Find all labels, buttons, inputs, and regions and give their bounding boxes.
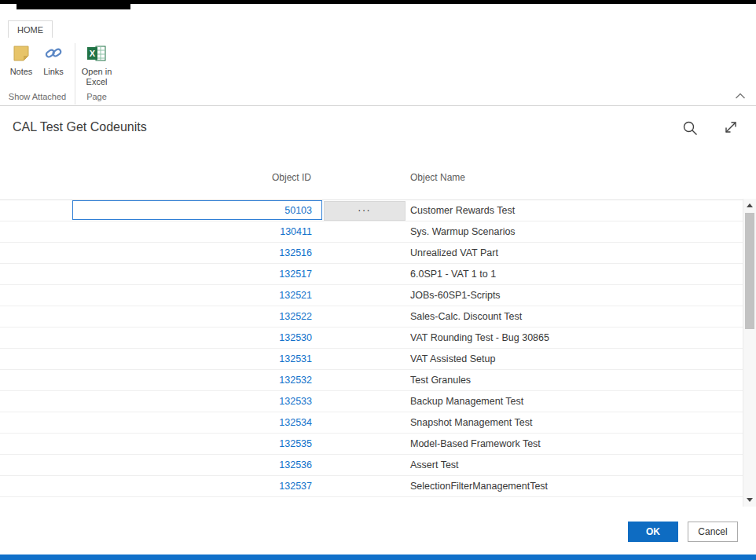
object-id-cell[interactable]: 132537 (72, 476, 322, 496)
table-row[interactable]: 50103 ... Customer Rewards Test (0, 200, 743, 221)
object-id-link[interactable]: 50103 (284, 205, 312, 216)
expand-window-icon[interactable] (723, 119, 739, 135)
object-id-cell[interactable]: 130411 (72, 221, 322, 242)
object-name-cell[interactable]: Customer Rewards Test (410, 200, 735, 221)
open-in-excel-label: Open in Excel (78, 67, 116, 86)
table-row[interactable]: 132535 ... Model-Based Framework Test (0, 434, 743, 455)
page-title: CAL Test Get Codeunits (13, 120, 147, 134)
object-id-cell[interactable]: 132517 (72, 264, 322, 284)
object-name-cell[interactable]: JOBs-60SP1-Scripts (410, 285, 735, 306)
ok-button[interactable]: OK (628, 522, 678, 542)
object-id-cell[interactable]: 132516 (72, 243, 322, 263)
assist-edit-cell: ... (324, 349, 406, 369)
assist-edit-cell: ... (324, 391, 406, 412)
object-name-cell[interactable]: VAT Assisted Setup (410, 349, 735, 369)
object-name-cell[interactable]: Test Granules (410, 370, 735, 390)
object-id-link[interactable]: 132535 (279, 438, 312, 449)
object-id-link[interactable]: 132516 (279, 247, 312, 258)
object-name-cell[interactable]: Sales-Calc. Discount Test (410, 306, 735, 327)
table-row[interactable]: 132534 ... Snapshot Management Test (0, 412, 743, 434)
object-id-cell[interactable]: 132530 (72, 328, 322, 348)
scrollbar-thumb[interactable] (745, 213, 754, 329)
object-id-link[interactable]: 132521 (279, 290, 312, 301)
title-bar-tab (17, 0, 130, 9)
links-button[interactable]: Links (39, 44, 68, 77)
table-row[interactable]: 132516 ... Unrealized VAT Part (0, 243, 743, 264)
group-label-page: Page (75, 92, 118, 101)
assist-edit-button[interactable]: ... (324, 201, 406, 221)
scroll-up-icon[interactable] (743, 199, 756, 211)
notes-button[interactable]: Notes (6, 44, 36, 77)
assist-edit-cell: ... (324, 264, 406, 284)
object-id-cell[interactable]: 132531 (72, 349, 322, 369)
assist-edit-cell: ... (324, 434, 406, 454)
object-name-cell[interactable]: Snapshot Management Test (410, 412, 735, 433)
assist-edit-cell: ... (324, 285, 406, 306)
object-id-cell[interactable]: 50103 (72, 200, 322, 221)
object-id-link[interactable]: 132530 (279, 332, 312, 343)
page-header: CAL Test Get Codeunits (0, 106, 756, 153)
table-row[interactable]: 132522 ... Sales-Calc. Discount Test (0, 306, 743, 328)
table-row[interactable]: 132531 ... VAT Assisted Setup (0, 349, 743, 370)
object-name-cell[interactable]: SelectionFilterManagementTest (410, 476, 735, 496)
object-name-cell[interactable]: Sys. Warmup Scenarios (410, 221, 735, 242)
object-id-cell[interactable]: 132534 (72, 412, 322, 433)
group-label-show-attached: Show Attached (0, 92, 75, 101)
assist-edit-cell: ... (324, 455, 406, 475)
object-id-link[interactable]: 132533 (279, 396, 312, 407)
search-icon[interactable] (682, 120, 698, 136)
table-row[interactable]: 130411 ... Sys. Warmup Scenarios (0, 221, 743, 243)
object-name-cell[interactable]: VAT Rounding Test - Bug 30865 (410, 328, 735, 348)
tab-home[interactable]: HOME (8, 20, 53, 38)
assist-edit-cell: ... (324, 370, 406, 390)
accent-strip (0, 555, 756, 560)
object-id-link[interactable]: 132532 (279, 375, 312, 386)
object-name-cell[interactable]: Model-Based Framework Test (410, 434, 735, 454)
assist-edit-cell: ... (324, 243, 406, 263)
dialog-window: HOME Notes Links (0, 0, 756, 560)
table-row[interactable]: 132517 ... 6.0SP1 - VAT 1 to 1 (0, 264, 743, 285)
table-row[interactable]: 132532 ... Test Granules (0, 370, 743, 391)
object-id-cell[interactable]: 132533 (72, 391, 322, 412)
cancel-button[interactable]: Cancel (688, 522, 738, 542)
object-id-cell[interactable]: 132521 (72, 285, 322, 306)
links-label: Links (43, 67, 64, 77)
ribbon: Notes Links X Open in Excel (0, 38, 756, 106)
table-row[interactable]: 132537 ... SelectionFilterManagementTest (0, 476, 743, 497)
column-header-object-id[interactable]: Object ID (72, 172, 322, 183)
table-row[interactable]: 132530 ... VAT Rounding Test - Bug 30865 (0, 328, 743, 349)
vertical-scrollbar[interactable] (743, 199, 756, 507)
object-id-link[interactable]: 132531 (279, 353, 312, 364)
table-row[interactable]: 132521 ... JOBs-60SP1-Scripts (0, 285, 743, 306)
excel-icon: X (86, 44, 107, 64)
object-id-link[interactable]: 132517 (279, 269, 312, 280)
links-icon (44, 44, 63, 64)
object-id-link[interactable]: 132522 (279, 311, 312, 322)
assist-edit-cell: ... (324, 306, 406, 327)
assist-edit-cell: ... (324, 200, 406, 221)
table-row[interactable]: 132533 ... Backup Management Test (0, 391, 743, 412)
open-in-excel-button[interactable]: X Open in Excel (78, 44, 116, 86)
object-id-cell[interactable]: 132532 (72, 370, 322, 390)
notes-label: Notes (10, 67, 33, 77)
collapse-ribbon-icon[interactable] (734, 91, 747, 101)
codeunit-table: 50103 ... Customer Rewards Test 130411 .… (0, 200, 743, 497)
notes-icon (12, 44, 31, 64)
object-id-link[interactable]: 132537 (279, 481, 312, 492)
scroll-down-icon[interactable] (743, 494, 756, 506)
assist-edit-cell: ... (324, 476, 406, 496)
object-id-link[interactable]: 130411 (280, 226, 312, 237)
object-id-cell[interactable]: 132535 (72, 434, 322, 454)
column-header-object-name[interactable]: Object Name (410, 172, 465, 183)
object-name-cell[interactable]: 6.0SP1 - VAT 1 to 1 (410, 264, 735, 284)
object-id-link[interactable]: 132536 (279, 459, 312, 470)
object-id-cell[interactable]: 132522 (72, 306, 322, 327)
object-name-cell[interactable]: Backup Management Test (410, 391, 735, 412)
object-name-cell[interactable]: Unrealized VAT Part (410, 243, 735, 263)
table-row[interactable]: 132536 ... Assert Test (0, 455, 743, 476)
assist-edit-cell: ... (324, 412, 406, 433)
object-name-cell[interactable]: Assert Test (410, 455, 735, 475)
assist-edit-cell: ... (324, 221, 406, 242)
object-id-cell[interactable]: 132536 (72, 455, 322, 475)
object-id-link[interactable]: 132534 (279, 417, 312, 428)
